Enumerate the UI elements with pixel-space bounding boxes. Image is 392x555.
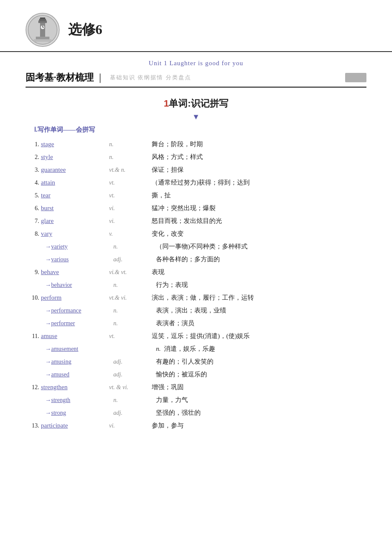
list-item: 4. attain vt. （通常经过努力)获得；得到；达到 — [26, 176, 366, 189]
card-arrow: ▼ — [0, 113, 392, 121]
list-item: →performance n. 表演，演出；表现，业绩 — [26, 304, 366, 317]
list-item: 10. perform vt.& vi. 演出，表演；做，履行；工作，运转 — [26, 292, 366, 304]
section-title-main: 固考基·教材梳理 — [26, 71, 94, 84]
list-item: →variety n. （同一事物)不同种类；多种样式 — [26, 240, 366, 253]
section-subtitle: 基础知识 依纲据情 分类盘点 — [110, 74, 191, 81]
list-item: 11. amuse vt. 逗笑，逗乐；提供(消遣)，(使)娱乐 — [26, 330, 366, 343]
list-item: 12. strengthen vt. & vi. 增强；巩固 — [26, 381, 366, 394]
page-header: 选修6 — [0, 0, 392, 52]
unit-subtitle: Unit 1 Laughter is good for you — [0, 60, 392, 67]
list-item: →strong adj. 坚强的，强壮的 — [26, 407, 366, 419]
page-title: 选修6 — [68, 20, 102, 39]
list-item: →strength n. 力量，力气 — [26, 394, 366, 407]
list-item: →amusement n. 消遣，娱乐，乐趣 — [26, 343, 366, 356]
subsection-title: Ⅰ.写作单词——会拼写 — [34, 126, 358, 134]
list-item: 3. guarantee vt.& n. 保证；担保 — [26, 164, 366, 176]
list-item: →amusing adj. 有趣的；引人发笑的 — [26, 356, 366, 368]
list-item: 6. burst vi. 猛冲；突然出现；爆裂 — [26, 202, 366, 215]
list-item: →amused adj. 愉快的；被逗乐的 — [26, 368, 366, 381]
logo-circle — [26, 13, 60, 47]
svg-rect-6 — [34, 39, 52, 42]
list-item: →behavior n. 行为；表现 — [26, 279, 366, 292]
list-item: 8. vary v. 变化，改变 — [26, 228, 366, 240]
list-item: 2. style n. 风格；方式；样式 — [26, 151, 366, 164]
list-item: →various adj. 各种各样的；多方面的 — [26, 253, 366, 266]
section-badge — [345, 73, 366, 82]
list-item: 5. tear vt. 撕，扯 — [26, 189, 366, 202]
card-label: 单词:识记拼写 — [169, 98, 228, 109]
card-num: 1 — [164, 98, 169, 109]
list-item: 1. stage n. 舞台；阶段，时期 — [26, 138, 366, 151]
section-sep: ｜ — [95, 71, 105, 84]
section-header: 固考基·教材梳理 ｜ 基础知识 依纲据情 分类盘点 — [26, 71, 366, 88]
list-item: 9. behave vi.& vt. 表现 — [26, 266, 366, 279]
list-item: →performer n. 表演者；演员 — [26, 317, 366, 330]
svg-rect-4 — [40, 17, 45, 19]
word-list: 1. stage n. 舞台；阶段，时期 2. style n. 风格；方式；样… — [26, 138, 366, 432]
card-title: 1单词:识记拼写 — [0, 97, 392, 110]
list-item: 13. participate vi. 参加，参与 — [26, 419, 366, 432]
list-item: 7. glare vi. 怒目而视；发出炫目的光 — [26, 215, 366, 228]
